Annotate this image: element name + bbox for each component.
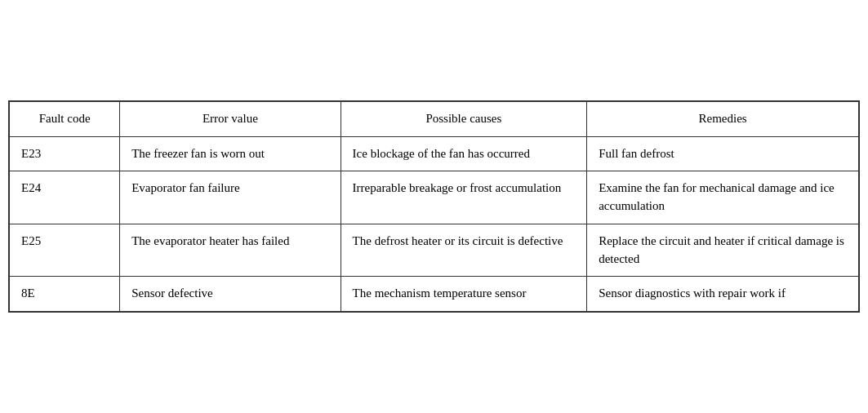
header-fault-code: Fault code: [10, 101, 120, 136]
error-value-cell: The freezer fan is worn out: [120, 136, 341, 171]
fault-code-cell: E24: [10, 171, 120, 224]
fault-code-cell: 8E: [10, 277, 120, 312]
table-row: E23 The freezer fan is worn out Ice bloc…: [10, 136, 859, 171]
table-header-row: Fault code Error value Possible causes R…: [10, 101, 859, 136]
possible-causes-cell: The mechanism temperature sensor: [341, 277, 587, 312]
fault-code-cell: E25: [10, 224, 120, 277]
header-error-value: Error value: [120, 101, 341, 136]
remedies-cell: Full fan defrost: [587, 136, 859, 171]
error-value-cell: Evaporator fan failure: [120, 171, 341, 224]
possible-causes-cell: Ice blockage of the fan has occurred: [341, 136, 587, 171]
remedies-cell: Sensor diagnostics with repair work if: [587, 277, 859, 312]
header-possible-causes: Possible causes: [341, 101, 587, 136]
table-row: E25 The evaporator heater has failed The…: [10, 224, 859, 277]
fault-code-cell: E23: [10, 136, 120, 171]
remedies-cell: Replace the circuit and heater if critic…: [587, 224, 859, 277]
remedies-cell: Examine the fan for mechanical damage an…: [587, 171, 859, 224]
possible-causes-cell: Irreparable breakage or frost accumulati…: [341, 171, 587, 224]
header-remedies: Remedies: [587, 101, 859, 136]
error-value-cell: Sensor defective: [120, 277, 341, 312]
fault-code-table-container: Fault code Error value Possible causes R…: [8, 100, 860, 313]
possible-causes-cell: The defrost heater or its circuit is def…: [341, 224, 587, 277]
error-value-cell: The evaporator heater has failed: [120, 224, 341, 277]
fault-code-table: Fault code Error value Possible causes R…: [9, 101, 859, 312]
table-row: 8E Sensor defective The mechanism temper…: [10, 277, 859, 312]
table-row: E24 Evaporator fan failure Irreparable b…: [10, 171, 859, 224]
